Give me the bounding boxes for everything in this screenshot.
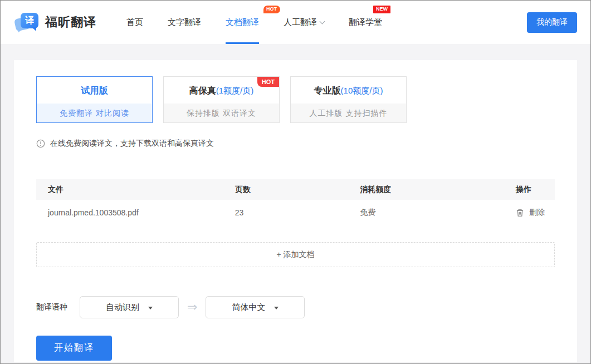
file-table: 文件 页数 消耗额度 操作 journal.pmed.1003508.pdf 2… [36,179,555,225]
caret-down-icon [148,307,153,309]
delete-label: 删除 [529,208,545,218]
col-header-quota: 消耗额度 [360,185,516,195]
start-translation-button[interactable]: 开始翻译 [36,336,112,361]
source-language-value: 自动识别 [106,302,139,313]
nav-item-document-translate[interactable]: 文档翻译 HOT [226,1,259,44]
target-language-value: 简体中文 [232,302,265,313]
add-document-label: + 添加文档 [276,250,314,260]
plan-features: 人工排版 支持扫描件 [291,104,406,122]
col-header-file: 文件 [36,185,235,195]
chevron-down-icon [320,18,325,24]
app-logo[interactable]: 译 福昕翻译 [15,12,96,33]
plan-card-professional[interactable]: 专业版(10额度/页) 人工排版 支持扫描件 [290,76,407,123]
logo-speech-bubble-icon: 译 [15,12,40,33]
hot-badge: HOT [257,77,279,87]
direction-arrow-icon: ⇒ [187,300,197,314]
plan-title: 专业版 [314,86,341,95]
hot-badge: HOT [263,6,280,13]
my-translations-button[interactable]: 我的翻译 [527,12,577,33]
notice-text: 在线免费阅读译文，支持下载双语和高保真译文 [50,139,214,149]
file-name: journal.pmed.1003508.pdf [36,208,235,217]
nav-item-home[interactable]: 首页 [126,1,143,44]
top-navbar: 译 福昕翻译 首页 文字翻译 文档翻译 HOT 人工翻译 翻译学堂 NEW 我的… [1,1,590,44]
table-row: journal.pmed.1003508.pdf 23 免费 删除 [36,200,555,225]
delete-file-button[interactable]: 删除 [516,208,555,218]
plan-price-suffix: (1额度/页) [216,86,254,95]
add-document-dropzone[interactable]: + 添加文档 [36,242,555,267]
plan-price-suffix: (10额度/页) [341,86,383,95]
source-language-select[interactable]: 自动识别 [80,296,179,318]
new-badge: NEW [373,6,390,13]
col-header-action: 操作 [516,185,555,195]
info-icon [36,139,45,148]
file-pages: 23 [235,208,360,217]
plan-card-trial[interactable]: 试用版 免费翻译 对比阅读 [36,76,153,123]
notice-row: 在线免费阅读译文，支持下载双语和高保真译文 [36,139,555,149]
target-language-select[interactable]: 简体中文 [206,296,305,318]
col-header-pages: 页数 [235,185,360,195]
content-panel: 试用版 免费翻译 对比阅读 HOT 高保真(1额度/页) 保持排版 双语译文 专… [14,60,577,362]
logo-text: 福昕翻译 [45,14,96,31]
nav-item-translate-academy[interactable]: 翻译学堂 NEW [349,1,382,44]
plan-title: 高保真 [189,86,216,95]
logo-glyph: 译 [21,13,38,28]
language-label: 翻译语种 [36,302,67,312]
nav-item-human-translate[interactable]: 人工翻译 [284,1,324,44]
plan-features: 免费翻译 对比阅读 [37,104,152,122]
nav-item-text-translate[interactable]: 文字翻译 [168,1,201,44]
plan-card-high-fidelity[interactable]: HOT 高保真(1额度/页) 保持排版 双语译文 [163,76,280,123]
plan-title: 试用版 [81,86,108,95]
plan-features: 保持排版 双语译文 [164,104,279,122]
file-quota: 免费 [360,208,516,218]
trash-icon [516,208,524,217]
caret-down-icon [274,307,279,309]
main-nav: 首页 文字翻译 文档翻译 HOT 人工翻译 翻译学堂 NEW [126,1,407,44]
plan-selector: 试用版 免费翻译 对比阅读 HOT 高保真(1额度/页) 保持排版 双语译文 专… [36,76,555,123]
language-row: 翻译语种 自动识别 ⇒ 简体中文 [36,296,555,318]
table-header-row: 文件 页数 消耗额度 操作 [36,179,555,200]
